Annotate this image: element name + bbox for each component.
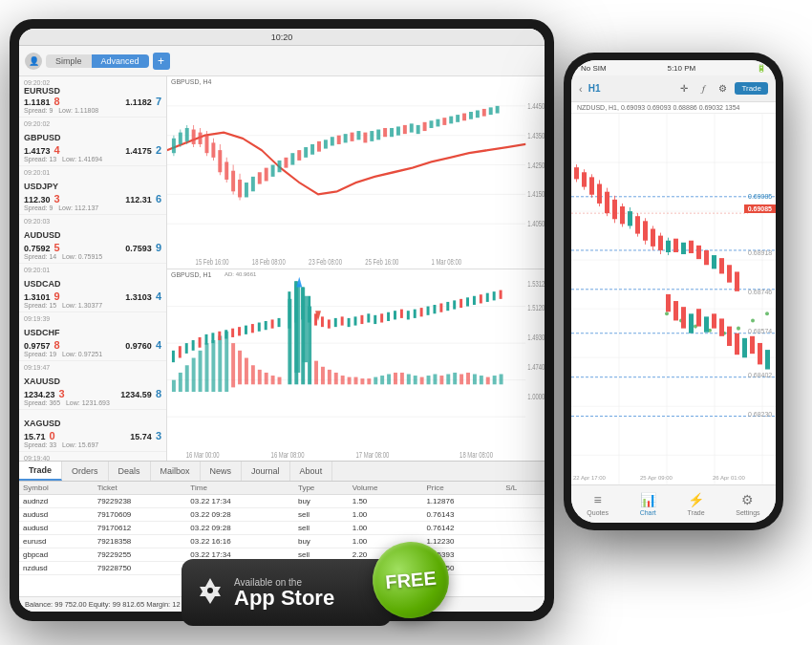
- col-price: Price: [422, 482, 502, 495]
- tab-news[interactable]: News: [201, 462, 243, 481]
- svg-rect-116: [400, 372, 404, 383]
- pair-info-text: NZDUSD, H1, 0.69093 0.69093 0.68886 0.69…: [577, 104, 739, 111]
- svg-text:1.44500: 1.44500: [527, 101, 545, 112]
- svg-rect-137: [205, 333, 208, 344]
- svg-rect-260: [719, 318, 724, 335]
- currency-item-xagusd[interactable]: XAGUSD 15.710 15.743 Spread: 33 Low: 15.…: [19, 410, 166, 452]
- svg-rect-136: [199, 336, 202, 347]
- svg-rect-135: [192, 340, 195, 351]
- phone-timeframe[interactable]: H1: [588, 83, 601, 94]
- advanced-tab[interactable]: Advanced: [92, 54, 149, 68]
- svg-rect-256: [689, 313, 694, 333]
- table-row[interactable]: audnzd 79229238 03.22 17:34 buy 1.50 1.1…: [19, 495, 545, 508]
- svg-rect-124: [453, 372, 457, 383]
- svg-rect-141: [231, 328, 234, 336]
- tab-mailbox[interactable]: Mailbox: [151, 462, 201, 481]
- svg-rect-164: [387, 312, 390, 320]
- free-badge-text: FREE: [384, 567, 437, 593]
- svg-rect-262: [735, 333, 739, 355]
- svg-rect-126: [466, 372, 470, 383]
- svg-rect-94: [251, 365, 255, 384]
- indicator-icon[interactable]: 𝑓: [696, 82, 710, 96]
- currency-item-audusd[interactable]: 09:20:03 AUDUSD 0.75925 0.75939 Spread: …: [19, 215, 166, 264]
- svg-rect-157: [341, 316, 344, 325]
- tab-trade[interactable]: Trade: [19, 462, 62, 481]
- svg-rect-148: [278, 317, 281, 326]
- svg-rect-105: [328, 369, 331, 383]
- phone-back-icon[interactable]: ‹: [579, 83, 583, 95]
- tab-orders[interactable]: Orders: [62, 462, 109, 481]
- svg-rect-29: [258, 172, 262, 183]
- appstore-button[interactable]: Available on the App Store: [182, 559, 392, 626]
- tablet-tabs: Trade Orders Deals Mailbox News Journal …: [19, 461, 545, 482]
- svg-rect-138: [211, 333, 214, 343]
- nav-quotes[interactable]: ≡ Quotes: [587, 492, 609, 516]
- col-type: Type: [294, 482, 349, 495]
- svg-rect-41: [337, 136, 341, 144]
- svg-rect-152: [308, 295, 310, 322]
- svg-rect-48: [383, 128, 387, 137]
- appstore-name-text: App Store: [234, 588, 334, 609]
- chart-top: GBPUSD, H4: [167, 76, 545, 269]
- nav-trade[interactable]: ⚡ Trade: [688, 492, 705, 516]
- svg-rect-145: [258, 322, 261, 331]
- tab-about[interactable]: About: [290, 462, 333, 481]
- svg-text:25 Feb 16:00: 25 Feb 16:00: [365, 257, 398, 268]
- svg-text:23 Feb 08:00: 23 Feb 08:00: [309, 257, 342, 268]
- col-sl: S/L: [502, 482, 545, 495]
- scene: 10:20 👤 Simple Advanced +: [0, 0, 812, 645]
- svg-rect-61: [469, 112, 473, 119]
- svg-rect-236: [673, 239, 678, 252]
- svg-rect-90: [224, 331, 228, 391]
- svg-rect-257: [696, 309, 701, 326]
- svg-rect-129: [486, 376, 490, 384]
- crosshair-icon[interactable]: ✛: [677, 82, 691, 96]
- currency-item-gbpusd[interactable]: 09:20:02 GBPUSD 1.41734 1.41752 Spread: …: [19, 118, 166, 166]
- svg-rect-57: [442, 118, 446, 125]
- tab-deals[interactable]: Deals: [109, 462, 151, 481]
- svg-rect-179: [486, 292, 489, 301]
- svg-rect-132: [172, 350, 175, 361]
- add-button[interactable]: +: [153, 53, 170, 70]
- simple-tab[interactable]: Simple: [46, 54, 92, 68]
- table-row[interactable]: audusd 79170609 03.22 09:28 sell 1.00 0.…: [19, 508, 545, 522]
- nav-settings[interactable]: ⚙ Settings: [736, 492, 759, 516]
- svg-rect-47: [376, 130, 380, 140]
- svg-rect-156: [334, 317, 337, 326]
- nav-chart[interactable]: 📊 Chart: [640, 492, 656, 516]
- col-volume: Volume: [349, 482, 423, 495]
- svg-rect-119: [420, 376, 424, 384]
- table-row[interactable]: eurusd 79218358 03.22 16:16 buy 1.00 1.1…: [19, 535, 545, 548]
- phone-topnav: ‹ H1 ✛ 𝑓 ⚙ Trade: [571, 75, 776, 102]
- svg-rect-178: [480, 294, 482, 303]
- svg-text:0.68402: 0.68402: [748, 372, 772, 378]
- currency-item-usdchf[interactable]: 09:19:39 USDCHF 0.97578 0.97604 Spread: …: [19, 312, 166, 361]
- svg-text:17 Mar 08:00: 17 Mar 08:00: [356, 450, 390, 461]
- currency-item-usdcad[interactable]: 09:20:01 USDCAD 1.31019 1.31034 Spread: …: [19, 264, 166, 312]
- tab-journal[interactable]: Journal: [242, 462, 290, 481]
- svg-rect-150: [294, 281, 297, 322]
- currency-item-usdjpy[interactable]: 09:20:01 USDJPY 112.303 112.316 Spread: …: [19, 166, 166, 215]
- svg-rect-131: [500, 374, 503, 384]
- currency-item-nzdusd[interactable]: 09:19:40 NZDUSD 0.67093 0.67119 Spread: …: [19, 452, 166, 461]
- indicator-label: AD: 40.9661: [224, 271, 256, 277]
- settings-icon[interactable]: ⚙: [716, 82, 729, 96]
- svg-text:22 Apr 17:00: 22 Apr 17:00: [573, 475, 607, 481]
- svg-rect-33: [284, 158, 288, 168]
- svg-rect-169: [420, 308, 423, 316]
- svg-rect-237: [681, 243, 686, 254]
- table-row[interactable]: audusd 79170612 03.22 09:28 sell 1.00 0.…: [19, 522, 545, 535]
- svg-rect-55: [430, 120, 434, 128]
- currency-item-xauusd[interactable]: 09:19:47 XAUUSD 1234.233 1234.598 Spread…: [19, 361, 166, 410]
- currency-item-eurusd[interactable]: 09:20:02 EURUSD 1.11818 1.11827: [19, 76, 166, 118]
- svg-text:0.68918: 0.68918: [748, 249, 772, 256]
- svg-rect-263: [742, 338, 747, 357]
- svg-rect-98: [278, 376, 282, 384]
- svg-rect-149: [288, 291, 290, 329]
- svg-text:1.40500: 1.40500: [527, 219, 545, 229]
- trade-button[interactable]: Trade: [735, 82, 768, 95]
- svg-rect-45: [363, 133, 367, 143]
- phone-chart-svg: 0.69085 0.69085 0.68918 0.68746 0.68574 …: [571, 114, 776, 484]
- svg-text:1.43500: 1.43500: [527, 130, 545, 140]
- svg-text:16 Mar 08:00: 16 Mar 08:00: [271, 450, 305, 461]
